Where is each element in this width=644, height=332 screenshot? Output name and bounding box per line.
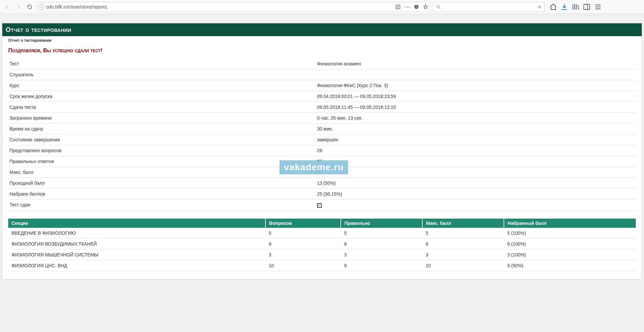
pocket-icon[interactable] bbox=[413, 4, 419, 10]
section-cell: 10 bbox=[265, 260, 341, 271]
detail-row: Затрачено времени0 час. 25 мин. 13 сек. bbox=[8, 113, 636, 124]
detail-label: Правильных ответов bbox=[8, 156, 316, 167]
bookmark-star-icon[interactable] bbox=[423, 4, 429, 10]
section-cell: ВВЕДЕНИЕ В ФИЗИОЛОГИЮ bbox=[8, 228, 265, 239]
search-icon bbox=[436, 4, 441, 10]
reader-mode-icon[interactable] bbox=[395, 4, 401, 10]
section-cell: 5 bbox=[341, 228, 422, 239]
detail-row: Время на сдачу30 мин. bbox=[8, 124, 636, 134]
arrow-right-icon bbox=[15, 4, 21, 10]
url-bar[interactable]: i sdo.bifk.ru/close/store/reports, ⋯ bbox=[36, 2, 431, 12]
section-header: Вопросов bbox=[265, 219, 341, 228]
detail-row: КурсФизиология ФКиС (Курс 2 Пок. 3) bbox=[8, 80, 636, 91]
reload-button[interactable] bbox=[25, 2, 34, 12]
section-cell: 8 bbox=[422, 238, 504, 249]
menu-button[interactable] bbox=[594, 3, 602, 11]
detail-label: Затрачено времени bbox=[8, 113, 316, 124]
detail-label: Срок жизни допуска bbox=[8, 91, 316, 102]
page-actions-icon[interactable]: ⋯ bbox=[404, 4, 410, 10]
page-title: Отчет о тестировании bbox=[2, 23, 642, 36]
section-cell: 9 bbox=[341, 260, 422, 271]
browser-toolbar: i sdo.bifk.ru/close/store/reports, ⋯ bbox=[0, 0, 644, 14]
detail-row: Представлено вопросов26 bbox=[8, 145, 636, 156]
section-header: Набранный балл bbox=[504, 219, 636, 228]
detail-row: Слушатель bbox=[8, 69, 636, 80]
detail-value: 26 bbox=[316, 145, 636, 156]
detail-value: ✓ bbox=[316, 200, 636, 211]
downloads-button[interactable] bbox=[560, 3, 568, 11]
reload-icon bbox=[27, 4, 33, 10]
section-row: ФИЗИОЛОГИЯ МЫШЕЧНОЙ СИСТЕМЫ3333 (100%) bbox=[8, 249, 636, 260]
breadcrumb: Отчет о тестировании bbox=[2, 36, 642, 44]
section-cell: 5 bbox=[265, 228, 341, 239]
section-cell: 3 bbox=[265, 249, 341, 260]
detail-value: 30 мин. bbox=[316, 124, 636, 134]
svg-point-1 bbox=[437, 5, 439, 8]
detail-value bbox=[316, 69, 636, 80]
detail-value: 25 bbox=[316, 156, 636, 167]
url-text: sdo.bifk.ru/close/store/reports, bbox=[46, 4, 393, 10]
arrow-left-icon bbox=[4, 4, 10, 10]
home-button[interactable] bbox=[549, 3, 557, 11]
toolbar-right-icons bbox=[549, 3, 602, 11]
section-header: Правильно bbox=[341, 219, 422, 228]
section-cell: ФИЗИОЛОГИЯ ЦНС. ВНД bbox=[8, 260, 265, 271]
section-cell: 8 (100%) bbox=[504, 238, 636, 249]
sections-table: СекцияВопросовПравильноМакс. баллНабранн… bbox=[8, 219, 636, 271]
section-cell: 9 (90%) bbox=[504, 260, 636, 271]
detail-label: Представлено вопросов bbox=[8, 145, 316, 156]
detail-label: Состояние завершения bbox=[8, 134, 316, 145]
back-button[interactable] bbox=[3, 2, 12, 12]
section-cell: 3 bbox=[422, 249, 504, 260]
congrats-message: Поздравляем, Вы успешно сдали тест! bbox=[2, 44, 642, 59]
detail-value: 09.04.2018:00:01 — 09.05.2018:23:59 bbox=[316, 91, 636, 102]
section-header: Секция bbox=[8, 219, 265, 228]
section-row: ВВЕДЕНИЕ В ФИЗИОЛОГИЮ5555 (100%) bbox=[8, 228, 636, 239]
detail-row: Сдача теста09.05.2018:11:45 — 09.05.2018… bbox=[8, 102, 636, 113]
detail-label: Курс bbox=[8, 80, 316, 91]
detail-value: 25 (96,15%) bbox=[316, 189, 636, 200]
detail-row: Проходной балл13 (50%) bbox=[8, 178, 636, 189]
report-card: Отчет о тестировании Отчет о тестировани… bbox=[2, 23, 642, 279]
details-table: ТестФизиология экзаменСлушательКурсФизио… bbox=[8, 59, 636, 211]
section-cell: 3 (100%) bbox=[504, 249, 636, 260]
detail-value: 26 bbox=[316, 167, 636, 178]
section-cell: 8 bbox=[265, 238, 341, 249]
detail-label: Тест сдан bbox=[8, 200, 316, 211]
watermark: vakademe.ru bbox=[280, 160, 348, 174]
svg-rect-2 bbox=[584, 4, 590, 10]
detail-value: завершен bbox=[316, 134, 636, 145]
detail-value: 13 (50%) bbox=[316, 178, 636, 189]
detail-label: Слушатель bbox=[8, 69, 316, 80]
sidebar-button[interactable] bbox=[583, 3, 591, 11]
detail-value: Физиология ФКиС (Курс 2 Пок. 3) bbox=[316, 80, 636, 91]
detail-label: Сдача теста bbox=[8, 102, 316, 113]
detail-row: Тест сдан✓ bbox=[8, 200, 636, 211]
detail-row: ТестФизиология экзамен bbox=[8, 59, 636, 69]
search-go-icon[interactable] bbox=[536, 4, 542, 10]
section-cell: ФИЗИОЛОГИЯ МЫШЕЧНОЙ СИСТЕМЫ bbox=[8, 249, 265, 260]
section-cell: 8 bbox=[341, 238, 422, 249]
detail-label: Проходной балл bbox=[8, 178, 316, 189]
detail-label: Макс. балл bbox=[8, 167, 316, 178]
forward-button[interactable] bbox=[14, 2, 23, 12]
section-row: ФИЗИОЛОГИЯ ВОЗБУДИМЫХ ТКАНЕЙ8888 (100%) bbox=[8, 238, 636, 249]
section-cell: ФИЗИОЛОГИЯ ВОЗБУДИМЫХ ТКАНЕЙ bbox=[8, 238, 265, 249]
detail-value: 0 час. 25 мин. 13 сек. bbox=[316, 113, 636, 124]
section-cell: 3 bbox=[341, 249, 422, 260]
detail-value: Физиология экзамен bbox=[316, 59, 636, 69]
library-button[interactable] bbox=[572, 3, 580, 11]
section-row: ФИЗИОЛОГИЯ ЦНС. ВНД109109 (90%) bbox=[8, 260, 636, 271]
site-info-icon[interactable]: i bbox=[38, 4, 44, 10]
section-header: Макс. балл bbox=[422, 219, 504, 228]
search-bar[interactable] bbox=[433, 2, 545, 12]
section-cell: 5 (100%) bbox=[504, 228, 636, 239]
detail-label: Набрано баллов bbox=[8, 189, 316, 200]
detail-row: Состояние завершениязавершен bbox=[8, 134, 636, 145]
detail-label: Время на сдачу bbox=[8, 124, 316, 134]
detail-value: 09.05.2018:11:45 — 09.05.2018:12:10 bbox=[316, 102, 636, 113]
detail-row: Срок жизни допуска09.04.2018:00:01 — 09.… bbox=[8, 91, 636, 102]
checkmark-icon: ✓ bbox=[317, 203, 322, 208]
detail-row: Набрано баллов25 (96,15%) bbox=[8, 189, 636, 200]
section-cell: 5 bbox=[422, 228, 504, 239]
